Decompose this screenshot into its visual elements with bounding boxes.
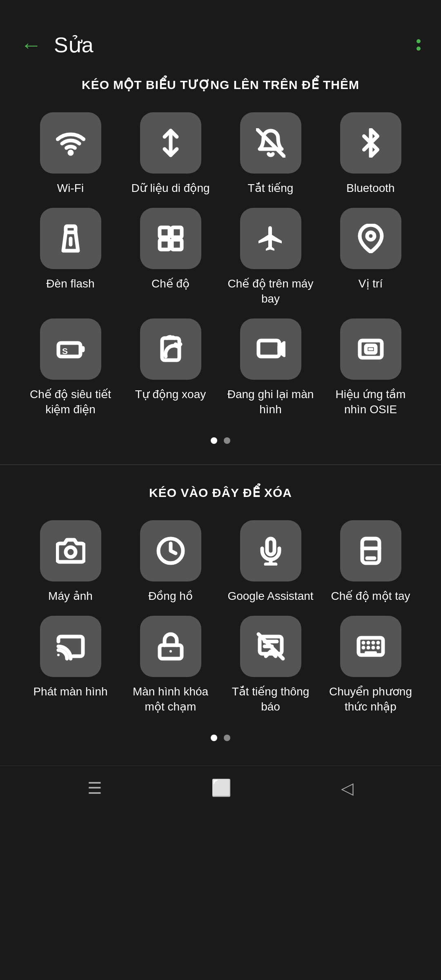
lockscreen-icon-item[interactable]: Màn hình khóa một chạm	[125, 616, 216, 714]
wifi-icon-item[interactable]: Wi-Fi	[24, 112, 116, 196]
bluetooth-icon-item[interactable]: Bluetooth	[325, 112, 416, 196]
delete-icons-grid: Máy ảnh Đồng hồ Google Assistant	[0, 512, 441, 722]
delete-section-label: KÉO VÀO ĐÂY ĐỂ XÓA	[0, 477, 441, 512]
keyboard-icon-item[interactable]: Chuyển phương thức nhập	[325, 616, 416, 714]
battery-saver-label: Chế độ siêu tiết kiệm điện	[24, 387, 116, 417]
onehand-label: Chế độ một tay	[331, 589, 410, 604]
airplane-label: Chế độ trên máy bay	[225, 276, 316, 306]
camera-icon-item[interactable]: Máy ảnh	[24, 520, 116, 604]
cast-icon	[56, 632, 85, 661]
lockscreen-icon-box	[140, 616, 201, 677]
mute-notif-icon-box	[240, 616, 301, 677]
battery-saver-icon-item[interactable]: S Chế độ siêu tiết kiệm điện	[24, 318, 116, 417]
rotate-icon-box	[140, 318, 201, 380]
page-dots-bottom	[0, 722, 441, 749]
assistant-icon	[256, 536, 285, 566]
onehand-icon-item[interactable]: Chế độ một tay	[325, 520, 416, 604]
section-divider	[0, 464, 441, 465]
mode-icon	[156, 224, 185, 253]
page-dot-2-inactive	[224, 735, 230, 741]
osie-icon-item[interactable]: Hiệu ứng tầm nhìn OSIE	[325, 318, 416, 417]
wifi-icon	[56, 128, 85, 158]
page-dot-1-active	[211, 437, 217, 444]
clock-icon-box	[140, 520, 201, 581]
cast-icon-box	[40, 616, 101, 677]
add-section-label: KÉO MỘT BIỂU TƯỢNG LÊN TRÊN ĐỂ THÊM	[0, 69, 441, 104]
mode-icon-item[interactable]: Chế độ	[125, 208, 216, 306]
bottom-navigation: ☰ ⬜ ◁	[0, 766, 441, 810]
nav-home-button[interactable]: ⬜	[211, 778, 232, 797]
keyboard-label: Chuyển phương thức nhập	[325, 684, 416, 714]
assistant-icon-box	[240, 520, 301, 581]
overflow-menu-button[interactable]	[416, 39, 421, 51]
flash-icon-box	[40, 208, 101, 269]
screen-record-icon	[256, 334, 285, 364]
svg-rect-18	[368, 348, 373, 350]
location-icon-box	[340, 208, 401, 269]
data-icon-box	[140, 112, 201, 174]
battery-saver-icon-box: S	[40, 318, 101, 380]
nav-menu-button[interactable]: ☰	[87, 779, 102, 797]
clock-icon	[156, 536, 185, 566]
mute-icon-box	[240, 112, 301, 174]
assistant-icon-item[interactable]: Google Assistant	[225, 520, 316, 604]
airplane-icon-item[interactable]: Chế độ trên máy bay	[225, 208, 316, 306]
page-dots-top	[0, 425, 441, 452]
data-icon-item[interactable]: Dữ liệu di động	[125, 112, 216, 196]
clock-label: Đồng hồ	[148, 589, 193, 604]
wifi-icon-box	[40, 112, 101, 174]
mute-notif-icon-item[interactable]: Tắt tiếng thông báo	[225, 616, 316, 714]
add-icons-grid: Wi-Fi Dữ liệu di động Tắt tiếng	[0, 104, 441, 425]
svg-point-9	[367, 232, 374, 240]
wifi-label: Wi-Fi	[57, 181, 84, 196]
header: ← Sửa	[0, 24, 441, 69]
cast-icon-item[interactable]: Phát màn hình	[24, 616, 116, 714]
svg-marker-15	[279, 343, 284, 355]
osie-label: Hiệu ứng tầm nhìn OSIE	[325, 387, 416, 417]
svg-point-19	[66, 547, 76, 557]
back-button[interactable]: ←	[20, 34, 42, 56]
camera-icon	[56, 536, 85, 566]
cast-label: Phát màn hình	[33, 684, 107, 699]
page-dot-1-inactive	[224, 437, 230, 444]
svg-point-0	[69, 151, 72, 154]
svg-point-28	[169, 650, 172, 653]
camera-label: Máy ảnh	[48, 589, 93, 604]
data-label: Dữ liệu di động	[131, 181, 209, 196]
svg-rect-6	[172, 227, 182, 237]
screen-record-label: Đang ghi lại màn hình	[225, 387, 316, 417]
flash-label: Đèn flash	[46, 276, 94, 291]
battery-saver-icon: S	[56, 334, 85, 364]
flash-icon-item[interactable]: Đèn flash	[24, 208, 116, 306]
rotate-icon	[156, 334, 185, 364]
page-title: Sửa	[54, 33, 416, 57]
location-label: Vị trí	[359, 276, 383, 291]
mute-label: Tắt tiếng	[248, 181, 294, 196]
airplane-icon-box	[240, 208, 301, 269]
screen-record-icon-item[interactable]: Đang ghi lại màn hình	[225, 318, 316, 417]
mode-label: Chế độ	[151, 276, 189, 291]
airplane-icon	[256, 224, 285, 253]
onehand-icon-box	[340, 520, 401, 581]
screen-record-icon-box	[240, 318, 301, 380]
bluetooth-label: Bluetooth	[346, 181, 394, 196]
mute-icon-item[interactable]: Tắt tiếng	[225, 112, 316, 196]
location-icon-item[interactable]: Vị trí	[325, 208, 416, 306]
lockscreen-label: Màn hình khóa một chạm	[125, 684, 216, 714]
rotate-icon-item[interactable]: Tự động xoay	[125, 318, 216, 417]
clock-icon-item[interactable]: Đồng hồ	[125, 520, 216, 604]
nav-back-button[interactable]: ◁	[341, 779, 354, 797]
svg-rect-8	[172, 240, 182, 249]
svg-text:S: S	[62, 346, 68, 356]
mute-notif-label: Tắt tiếng thông báo	[225, 684, 316, 714]
keyboard-icon	[356, 632, 385, 661]
location-icon	[356, 224, 385, 253]
flashlight-icon	[56, 224, 85, 253]
osie-icon-box	[340, 318, 401, 380]
keyboard-icon-box	[340, 616, 401, 677]
camera-icon-box	[40, 520, 101, 581]
svg-point-26	[57, 654, 60, 656]
bluetooth-icon-box	[340, 112, 401, 174]
svg-rect-14	[258, 341, 279, 356]
rotate-label: Tự động xoay	[135, 387, 206, 402]
